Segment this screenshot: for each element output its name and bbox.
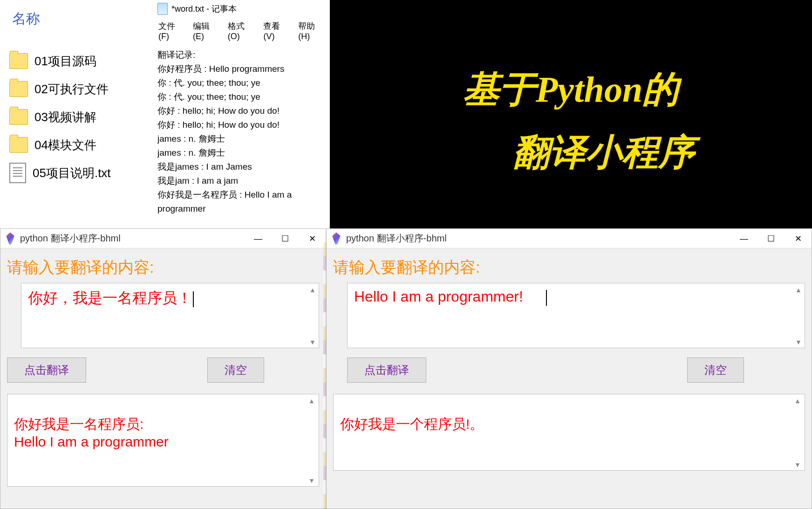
clear-button[interactable]: 清空 — [687, 358, 744, 383]
output-textarea[interactable]: 你好我是一个程序员!。 ▲ ▼ — [333, 394, 805, 471]
file-row[interactable]: 01项目源码 — [9, 47, 143, 75]
translate-button[interactable]: 点击翻译 — [347, 358, 426, 383]
output-text: 你好我是一个程序员!。 — [340, 416, 484, 432]
scroll-up-icon[interactable]: ▲ — [308, 397, 315, 404]
column-header-name[interactable]: 名称 — [9, 9, 143, 28]
input-prompt-label: 请输入要翻译的内容: — [7, 257, 319, 278]
file-row[interactable]: 04模块文件 — [9, 131, 143, 159]
output-textarea[interactable]: 你好我是一名程序员: Hello I am a programmer ▲ ▼ — [7, 394, 319, 487]
menu-edit[interactable]: 编辑(E) — [193, 21, 218, 41]
menu-format[interactable]: 格式(O) — [228, 21, 254, 41]
scroll-down-icon[interactable]: ▼ — [309, 338, 316, 345]
notepad-window: *word.txt - 记事本 文件(F) 编辑(E) 格式(O) 查看(V) … — [153, 0, 330, 228]
menu-view[interactable]: 查看(V) — [263, 21, 289, 41]
window-title: python 翻译小程序-bhml — [20, 232, 121, 245]
file-name: 04模块文件 — [34, 137, 96, 153]
scroll-up-icon[interactable]: ▲ — [794, 397, 801, 404]
input-textarea[interactable]: Hello I am a programmer! ▲ ▼ — [347, 283, 805, 348]
close-button[interactable]: ✕ — [785, 229, 812, 248]
txt-file-icon — [9, 163, 26, 183]
input-text: Hello I am a programmer! — [354, 288, 523, 305]
translator-window-right: python 翻译小程序-bhml — ☐ ✕ 请输入要翻译的内容: Hello… — [326, 228, 812, 509]
clear-button[interactable]: 清空 — [207, 358, 264, 383]
folder-icon — [9, 53, 28, 69]
maximize-button[interactable]: ☐ — [272, 229, 299, 248]
banner-line-2: 翻译小程序 — [448, 128, 695, 177]
banner-line-1: 基于Python的 — [463, 65, 679, 114]
file-row[interactable]: 05项目说明.txt — [9, 159, 143, 187]
folder-icon — [9, 109, 28, 125]
notepad-textarea[interactable]: 翻译记录: 你好程序员 : Hello programmers 你 : 代. y… — [153, 44, 330, 220]
file-name: 03视频讲解 — [34, 109, 96, 125]
titlebar[interactable]: python 翻译小程序-bhml — ☐ ✕ — [0, 229, 326, 248]
file-row[interactable]: 02可执行文件 — [9, 75, 143, 103]
input-prompt-label: 请输入要翻译的内容: — [333, 257, 805, 278]
input-textarea[interactable]: 你好，我是一名程序员！ ▲ ▼ — [21, 283, 319, 348]
window-title: python 翻译小程序-bhml — [346, 232, 447, 245]
file-name: 05项目说明.txt — [33, 165, 111, 181]
menu-file[interactable]: 文件(F) — [158, 21, 184, 41]
text-cursor — [546, 290, 547, 306]
minimize-button[interactable]: — — [245, 229, 272, 248]
minimize-button[interactable]: — — [730, 229, 757, 248]
close-button[interactable]: ✕ — [299, 229, 326, 248]
file-name: 02可执行文件 — [34, 81, 109, 97]
scroll-up-icon[interactable]: ▲ — [309, 286, 316, 293]
folder-icon — [9, 137, 28, 153]
menu-help[interactable]: 帮助(H) — [298, 21, 324, 41]
tk-feather-icon — [331, 233, 341, 245]
file-row[interactable]: 03视频讲解 — [9, 103, 143, 131]
file-explorer: 名称 01项目源码02可执行文件03视频讲解04模块文件05项目说明.txt — [0, 0, 153, 228]
title-banner: 基于Python的 翻译小程序 — [330, 0, 812, 228]
file-name: 01项目源码 — [34, 53, 96, 69]
notepad-title: *word.txt - 记事本 — [171, 3, 237, 14]
translate-button[interactable]: 点击翻译 — [7, 358, 86, 383]
scroll-down-icon[interactable]: ▼ — [308, 477, 315, 483]
notepad-menubar: 文件(F) 编辑(E) 格式(O) 查看(V) 帮助(H) — [153, 18, 330, 44]
maximize-button[interactable]: ☐ — [757, 229, 785, 248]
input-text: 你好，我是一名程序员！ — [28, 289, 192, 306]
tk-feather-icon — [5, 233, 15, 245]
text-cursor — [193, 291, 194, 307]
output-text: 你好我是一名程序员: Hello I am a programmer — [14, 416, 169, 449]
scroll-down-icon[interactable]: ▼ — [795, 338, 802, 345]
notepad-titlebar[interactable]: *word.txt - 记事本 — [153, 0, 330, 18]
notepad-icon — [157, 3, 168, 15]
scroll-up-icon[interactable]: ▲ — [795, 286, 802, 293]
translator-window-left: python 翻译小程序-bhml — ☐ ✕ 请输入要翻译的内容: 你好，我是… — [0, 228, 326, 509]
folder-icon — [9, 81, 28, 97]
scroll-down-icon[interactable]: ▼ — [794, 461, 801, 468]
titlebar[interactable]: python 翻译小程序-bhml — ☐ ✕ — [327, 229, 812, 248]
